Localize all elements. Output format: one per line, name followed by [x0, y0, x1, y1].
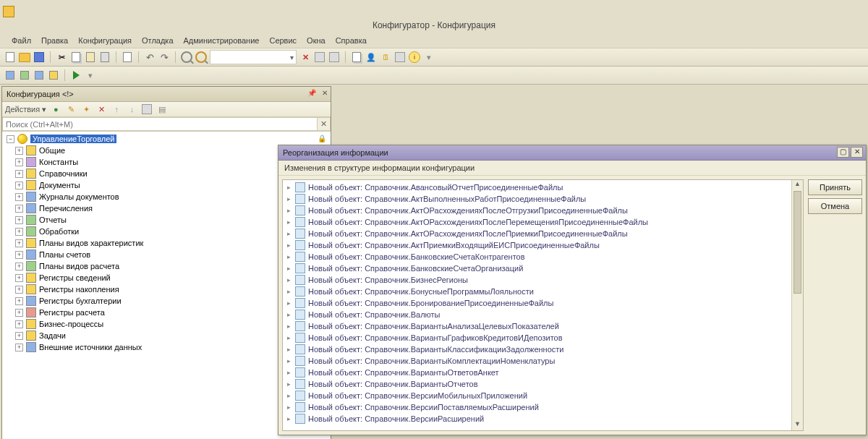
act-down-icon[interactable]: ↓: [126, 103, 137, 115]
tb-calc-icon[interactable]: [394, 51, 406, 63]
tree-root[interactable]: − УправлениеТорговлей 🔒: [2, 133, 331, 145]
change-item[interactable]: ▸Новый объект: Справочник.ВариантыКласси…: [284, 344, 801, 355]
expander-icon[interactable]: +: [15, 158, 23, 166]
tb-zoom-icon[interactable]: [195, 51, 207, 63]
change-item[interactable]: ▸Новый объект: Справочник.ВариантыОтвето…: [284, 367, 801, 378]
expander-icon[interactable]: +: [15, 309, 23, 317]
expander-icon[interactable]: +: [15, 170, 23, 178]
expander-icon[interactable]: +: [15, 344, 23, 351]
menu-edit[interactable]: Правка: [37, 35, 72, 46]
expand-icon[interactable]: ▸: [287, 346, 292, 353]
tb-undo-icon[interactable]: ↶: [144, 51, 156, 63]
expand-icon[interactable]: ▸: [287, 230, 292, 237]
expand-icon[interactable]: ▸: [287, 253, 292, 260]
menu-windows[interactable]: Окна: [302, 35, 330, 46]
menu-debug[interactable]: Отладка: [137, 35, 177, 46]
act-edit-icon[interactable]: ✎: [65, 103, 77, 115]
change-item[interactable]: ▸Новый объект: Справочник.Валюты: [284, 309, 801, 320]
scroll-down-icon[interactable]: ▼: [792, 420, 803, 430]
tb-combo[interactable]: ▾: [210, 50, 297, 64]
expander-icon[interactable]: +: [15, 263, 23, 270]
change-item[interactable]: ▸Новый объект: Справочник.ВерсииРасширен…: [284, 413, 801, 425]
tb-save-icon[interactable]: [33, 51, 45, 63]
change-item[interactable]: ▸Новый объект: Справочник.БронированиеПр…: [284, 297, 801, 309]
expander-icon[interactable]: +: [15, 193, 23, 201]
change-item[interactable]: ▸Новый объект: Справочник.ВариантыАнализ…: [284, 320, 801, 332]
tb2-d-icon[interactable]: [48, 69, 59, 81]
expand-icon[interactable]: ▸: [287, 265, 292, 272]
change-item[interactable]: ▸Новый объект: Справочник.ВариантыКомпле…: [284, 355, 801, 367]
act-del-icon[interactable]: ✕: [95, 103, 107, 115]
tb2-a-icon[interactable]: [4, 69, 16, 81]
change-item[interactable]: ▸Новый объект: Справочник.АктОРасхождени…: [284, 205, 801, 216]
expand-icon[interactable]: ▸: [287, 207, 292, 214]
expand-icon[interactable]: ▸: [287, 323, 292, 330]
expand-icon[interactable]: ▸: [287, 299, 292, 307]
tb2-rundrop-icon[interactable]: ▾: [85, 69, 96, 81]
expand-icon[interactable]: ▸: [287, 184, 292, 191]
list-scrollbar[interactable]: ▲ ▼: [791, 180, 803, 430]
change-item[interactable]: ▸Новый объект: Справочник.ВариантыОтчето…: [284, 378, 801, 390]
tb2-b-icon[interactable]: [19, 69, 30, 81]
tb-open-icon[interactable]: [19, 51, 30, 63]
scroll-up-icon[interactable]: ▲: [792, 180, 803, 190]
expander-icon[interactable]: +: [15, 332, 23, 340]
tb-copy-icon[interactable]: [70, 51, 82, 63]
expand-icon[interactable]: ▸: [287, 380, 292, 388]
tb2-run-icon[interactable]: [70, 69, 82, 81]
expand-icon[interactable]: ▸: [287, 242, 292, 249]
menu-admin[interactable]: Администрирование: [179, 35, 264, 46]
changes-list[interactable]: ▸Новый объект: Справочник.АвансовыйОтчет…: [282, 179, 804, 431]
change-item[interactable]: ▸Новый объект: Справочник.АвансовыйОтчет…: [284, 182, 801, 193]
close-icon[interactable]: ✕: [322, 89, 328, 97]
tb-redo-icon[interactable]: ↷: [158, 51, 170, 63]
tb2-c-icon[interactable]: [33, 69, 45, 81]
dialog-max-icon[interactable]: ▢: [837, 147, 849, 158]
tb-new-icon[interactable]: [4, 51, 16, 63]
act-sort-icon[interactable]: [141, 103, 153, 115]
actions-label[interactable]: Действия ▾: [5, 105, 46, 114]
dialog-title-bar[interactable]: Реорганизация информации ▢ ✕: [278, 145, 866, 161]
menu-help[interactable]: Справка: [331, 35, 371, 46]
expander-icon[interactable]: +: [15, 286, 23, 294]
expand-icon[interactable]: ▸: [287, 334, 292, 341]
tb-clear-icon[interactable]: ✕: [299, 51, 311, 63]
dialog-close-icon[interactable]: ✕: [851, 147, 863, 158]
expander-icon[interactable]: +: [15, 205, 23, 213]
expand-icon[interactable]: ▸: [287, 288, 292, 295]
expander-icon[interactable]: +: [15, 274, 23, 282]
change-item[interactable]: ▸Новый объект: Справочник.АктОРасхождени…: [284, 216, 801, 228]
cancel-button[interactable]: Отмена: [808, 198, 862, 214]
expander-icon[interactable]: +: [15, 239, 23, 247]
tb-panel2-icon[interactable]: [328, 51, 340, 63]
tb-print-icon[interactable]: [99, 51, 111, 63]
tb-cut-icon[interactable]: ✂: [56, 51, 67, 63]
change-item[interactable]: ▸Новый объект: Справочник.ВариантыГрафик…: [284, 332, 801, 344]
expander-icon[interactable]: +: [15, 297, 23, 305]
act-add-icon[interactable]: ●: [50, 103, 61, 115]
expander-icon[interactable]: +: [15, 228, 23, 236]
expand-icon[interactable]: ▸: [287, 404, 292, 411]
expand-icon[interactable]: ▸: [287, 357, 292, 365]
expander-icon[interactable]: +: [15, 320, 23, 328]
act-up-icon[interactable]: ↑: [111, 103, 122, 115]
change-item[interactable]: ▸Новый объект: Справочник.АктОРасхождени…: [284, 228, 801, 239]
expand-icon[interactable]: ▸: [287, 276, 292, 284]
tree-search-input[interactable]: [2, 117, 318, 131]
tb-paste-icon[interactable]: [85, 51, 96, 63]
change-item[interactable]: ▸Новый объект: Справочник.ВерсииМобильны…: [284, 390, 801, 401]
expand-icon[interactable]: ▸: [287, 392, 292, 399]
tb-find-icon[interactable]: [181, 51, 192, 63]
tb-person-icon[interactable]: 👤: [365, 51, 377, 63]
change-item[interactable]: ▸Новый объект: Справочник.АктВыполненных…: [284, 193, 801, 205]
expand-icon[interactable]: ▸: [287, 195, 292, 203]
change-item[interactable]: ▸Новый объект: Справочник.БонусныеПрогра…: [284, 286, 801, 297]
expander-icon[interactable]: +: [15, 147, 23, 155]
change-item[interactable]: ▸Новый объект: Справочник.ВерсииПоставля…: [284, 401, 801, 413]
tb-compare-icon[interactable]: [122, 51, 133, 63]
expander-icon[interactable]: −: [7, 135, 14, 143]
menu-service[interactable]: Сервис: [265, 35, 301, 46]
act-filter-icon[interactable]: ▤: [156, 103, 168, 115]
accept-button[interactable]: Принять: [808, 179, 862, 195]
pin-icon[interactable]: 📌: [307, 89, 316, 97]
